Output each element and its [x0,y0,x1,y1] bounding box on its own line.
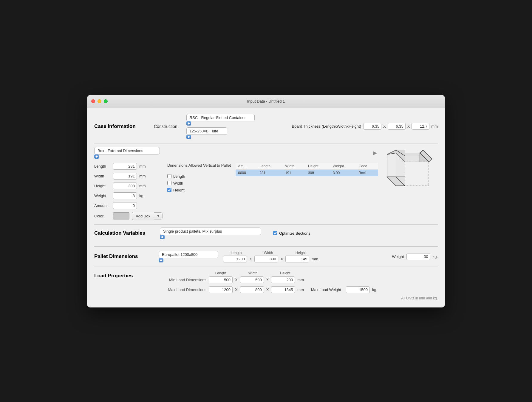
load-length-header: Length [209,271,233,275]
window-title: Input Data - Untitled 1 [247,99,285,103]
rsc-select-wrapper[interactable]: RSC - Regular Slotted Container HSC - Ha… [186,114,255,126]
pallet-dims-headers: Length Width Height [224,251,319,255]
pallet-length-input[interactable] [223,256,247,262]
max-load-row: Max Load Dimensions X X mm Max Load Weig… [159,286,438,293]
add-box-main-button[interactable]: Add Box [132,212,154,220]
max-x1: X [235,287,238,292]
pallet-row: Pallet Dimensions Europallet 1200x800 Cu… [94,251,438,262]
thickness-x1: X [383,124,386,129]
pallet-select-wrapper[interactable]: Europallet 1200x800 Custom [159,251,218,262]
max-load-label: Max Load Dimensions [159,287,206,292]
length-check-row: Length [167,174,231,179]
pallet-select[interactable]: Europallet 1200x800 Custom [159,251,218,258]
thickness-length-input[interactable] [364,123,381,130]
td-code: Box1 [356,169,378,176]
box-dims-body: Length mm Width mm Height mm [94,163,378,220]
sep1 [94,143,438,143]
pallet-weight-unit: kg. [433,254,438,259]
color-swatch[interactable] [113,212,129,219]
calc-vars-select-wrapper[interactable]: Single product pallets. Mix surplus Sing… [160,228,261,239]
rsc-select-arrow [186,121,191,126]
min-x2: X [266,278,269,282]
box-dims-header: Box - External Dimensions Box - Internal… [94,147,378,159]
flute-select[interactable]: 125-250#B Flute 125-250#C Flute [186,127,227,135]
color-label: Color [94,214,111,218]
width-unit: mm [139,174,146,178]
pallet-height-input[interactable] [285,256,309,262]
svg-marker-24 [160,260,162,262]
box-svg [381,147,435,201]
minimize-button[interactable] [98,99,101,103]
pallet-mm-unit: mm. [312,257,319,261]
th-height: Height [306,163,330,170]
svg-marker-3 [188,137,190,138]
pallet-weight-label: Weight [392,254,404,259]
thickness-mm-unit: mm [431,124,438,129]
flute-select-wrapper[interactable]: 125-250#B Flute 125-250#C Flute [186,127,255,139]
length-checkbox[interactable] [167,174,171,178]
svg-marker-16 [405,156,420,162]
table-row[interactable]: 0000 281 191 308 8.00 Box1 [236,169,378,176]
length-input[interactable] [113,163,137,170]
load-height-header: Height [273,271,297,275]
max-length-input[interactable] [209,286,233,293]
min-height-input[interactable] [271,276,295,283]
height-input[interactable] [113,183,137,189]
td-width: 191 [283,169,306,176]
max-width-input[interactable] [240,286,264,293]
pallet-weight-input[interactable] [406,253,430,260]
table-row-empty4 [236,201,378,210]
td-length: 281 [257,169,283,176]
title-bar: Input Data - Untitled 1 [87,95,445,108]
weight-input[interactable] [113,192,137,199]
pallet-x2: X [281,257,283,261]
th-width: Width [283,163,306,170]
max-height-input[interactable] [271,286,295,293]
box-dims-select[interactable]: Box - External Dimensions Box - Internal… [94,147,160,154]
right-arrow-button[interactable]: ▶ [372,149,378,157]
allowed-label: Dimensions Allowed Vertical to Pallet [167,163,231,168]
maximize-button[interactable] [104,99,108,103]
min-length-input[interactable] [209,276,233,283]
amount-input[interactable] [113,202,137,209]
svg-marker-13 [387,153,396,177]
thickness-height-input[interactable] [412,123,429,130]
weight-label: Weight [94,194,111,198]
thickness-width-input[interactable] [388,123,406,130]
length-label: Length [94,164,111,168]
load-title: Load Properties [94,271,154,279]
height-unit: mm [139,184,146,188]
optimize-checkbox[interactable] [273,231,277,235]
box-illustration [378,147,438,201]
td-weight: 8.00 [330,169,356,176]
main-window: Input Data - Untitled 1 Case Information… [87,95,445,307]
add-box-arrow-button[interactable]: ▼ [154,212,163,219]
pallet-title: Pallet Dimensions [94,253,154,259]
th-amount: Am... [236,163,257,170]
pallet-height-header: Height [289,251,313,255]
rsc-select[interactable]: RSC - Regular Slotted Container HSC - Ha… [186,114,255,121]
pallet-width-input[interactable] [254,256,278,262]
box-dims-select-wrapper[interactable]: Box - External Dimensions Box - Internal… [94,147,160,159]
width-checkbox[interactable] [167,181,171,185]
amount-label: Amount [94,203,111,208]
optimize-label: Optimize Sections [279,231,310,236]
height-checkbox[interactable] [167,188,171,192]
max-unit: mm [297,287,304,292]
dims-inputs-col: Length mm Width mm Height mm [94,163,163,220]
pallet-dims-labeled: Length Width Height X X mm. [223,251,319,262]
width-check-row: Width [167,181,231,185]
width-check-label: Width [173,181,183,185]
thickness-inputs: X X mm [364,123,438,130]
max-weight-input[interactable] [346,286,370,293]
calc-vars-select[interactable]: Single product pallets. Mix surplus Sing… [160,228,261,235]
min-width-input[interactable] [240,276,264,283]
td-amount: 0000 [236,169,257,176]
pallet-x1: X [249,257,252,261]
width-input[interactable] [113,173,137,180]
close-button[interactable] [91,99,95,103]
svg-marker-23 [160,259,162,260]
pallet-width-header: Width [256,251,280,255]
weight-unit: kg. [139,194,144,198]
min-load-label: Min Load Dimensions [159,278,206,282]
